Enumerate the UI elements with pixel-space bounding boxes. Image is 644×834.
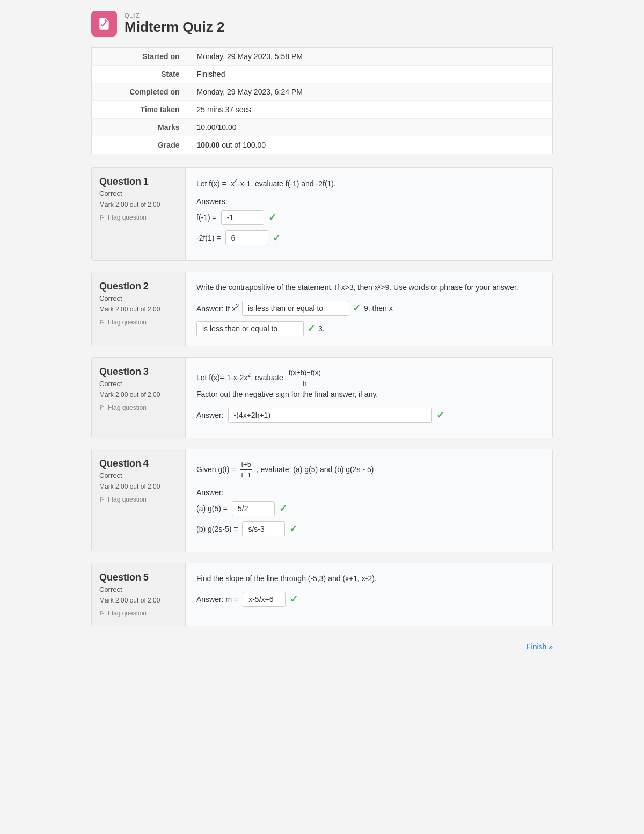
question-num-3: Question 3 [99,366,178,378]
info-row-started: Started on Monday, 29 May 2023, 5:58 PM [92,48,553,66]
state-label: State [92,66,188,83]
answer-input-3[interactable]: -(4x+2h+1) [228,408,432,423]
question-text-3-suffix: Factor out the negative sign for the fin… [196,390,378,398]
quiz-header: QUIZ Midterm Quiz 2 [91,11,553,37]
question-sidebar-1: Question 1 Correct Mark 2.00 out of 2.00… [92,168,186,260]
checkmark-4b: ✓ [289,523,297,535]
question-block-3: Question 3 Correct Mark 2.00 out of 2.00… [91,357,553,438]
answer-row-3: Answer: -(4x+2h+1) ✓ [196,408,541,423]
fraction-den-4: t−1 [240,470,252,481]
answer-input-4b[interactable]: s/s-3 [242,521,285,536]
question-number-1: 1 [143,176,149,187]
flag-question-4[interactable]: 🏳 Flag question [99,496,147,503]
question-number-3: 3 [143,366,149,377]
contra-mid-text: 9, then x [364,304,393,313]
grade-label: Grade [92,136,188,154]
question-num-5: Question 5 [99,572,178,583]
question-label-4: Question [99,458,141,469]
quiz-icon [91,11,117,37]
question-mark-2: Mark 2.00 out of 2.00 [99,306,178,313]
finish-button[interactable]: Finish » [526,642,553,651]
flag-question-1[interactable]: 🏳 Flag question [99,214,147,221]
time-taken-label: Time taken [92,101,188,119]
flag-label-1: Flag question [108,214,147,221]
answer-label-1b: -2f(1) = [196,234,221,242]
answer-input-5[interactable]: x-5/x+6 [243,592,286,607]
answer-row-4b: (b) g(2s-5) = s/s-3 ✓ [196,521,541,536]
question-label-5: Question [99,572,141,583]
question-label-2: Question [99,281,141,292]
question-number-5: 5 [143,572,149,583]
question-sidebar-2: Question 2 Correct Mark 2.00 out of 2.00… [92,272,186,346]
contra-answer-input-1[interactable]: is less than or equal to [242,301,349,316]
answers-label-1: Answers: [196,197,541,206]
question-content-4: Given g(t) = t+5 t−1 , evaluate: (a) g(5… [186,449,552,552]
contra-checkmark-1: ✓ [353,302,361,314]
grade-value: 100.00 out of 100.00 [188,136,553,154]
fraction-num-3: f(x+h)−f(x) [288,367,322,379]
answer-row-5: Answer: m = x-5/x+6 ✓ [196,592,541,607]
answer-label-5: Answer: m = [196,595,238,604]
question-num-1: Question 1 [99,176,178,187]
checkmark-4a: ✓ [279,503,287,514]
question-mark-5: Mark 2.00 out of 2.00 [99,597,178,604]
info-table: Started on Monday, 29 May 2023, 5:58 PM … [91,47,553,154]
question-number-4: 4 [143,458,149,469]
flag-icon-1: 🏳 [99,214,106,221]
flag-icon-3: 🏳 [99,404,106,411]
question-block-4: Question 4 Correct Mark 2.00 out of 2.00… [91,449,553,552]
flag-icon-4: 🏳 [99,496,106,503]
answer-input-1b[interactable]: 6 [225,230,268,245]
contra-suffix: 3. [318,324,325,333]
grade-suffix: out of 100.00 [219,141,266,149]
fraction-4: t+5 t−1 [240,459,252,481]
question-label-1: Question [99,176,141,187]
question-block-1: Question 1 Correct Mark 2.00 out of 2.00… [91,167,553,261]
contrapositive-area: Answer: If x2 is less than or equal to ✓… [196,301,541,336]
question-text-2: Write the contrapositive of the statemen… [196,282,541,293]
contra-row-2: is less than or equal to ✓ 3. [196,321,541,336]
answer-label-4b: (b) g(2s-5) = [196,525,238,533]
flag-question-2[interactable]: 🏳 Flag question [99,318,147,326]
question-status-2: Correct [99,294,178,302]
fraction-3: f(x+h)−f(x) h [288,367,322,389]
checkmark-3: ✓ [436,409,444,421]
answers-label-4: Answer: [196,488,541,497]
flag-icon-5: 🏳 [99,610,106,617]
answer-row-4a: (a) g(5) = 5/2 ✓ [196,501,541,516]
contra-answer-input-2[interactable]: is less than or equal to [196,321,304,336]
question-content-2: Write the contrapositive of the statemen… [186,272,552,346]
checkmark-5: ✓ [290,593,298,605]
question-block-5: Question 5 Correct Mark 2.00 out of 2.00… [91,563,553,626]
quiz-badge: QUIZ [125,12,224,19]
question-status-4: Correct [99,472,178,480]
flag-icon-2: 🏳 [99,318,106,326]
info-row-completed: Completed on Monday, 29 May 2023, 6:24 P… [92,83,553,101]
answer-row-1b: -2f(1) = 6 ✓ [196,230,541,245]
question-mark-4: Mark 2.00 out of 2.00 [99,483,178,490]
fraction-num-4: t+5 [240,459,252,470]
answer-input-4a[interactable]: 5/2 [232,501,275,516]
answer-label-1a: f(-1) = [196,213,217,222]
info-row-state: State Finished [92,66,553,83]
question-sidebar-5: Question 5 Correct Mark 2.00 out of 2.00… [92,563,186,626]
checkmark-1a: ✓ [268,212,276,223]
flag-question-3[interactable]: 🏳 Flag question [99,404,147,411]
quiz-svg-icon [97,17,111,31]
question-text-5: Find the slope of the line through (-5,3… [196,573,541,584]
contra-row-1: Answer: If x2 is less than or equal to ✓… [196,301,541,316]
flag-label-5: Flag question [108,610,147,617]
completed-on-label: Completed on [92,83,188,101]
question-text-1: Let f(x) = -x4-x-1, evaluate f(-1) and -… [196,177,541,190]
flag-question-5[interactable]: 🏳 Flag question [99,610,147,617]
flag-label-4: Flag question [108,496,147,503]
question-mark-3: Mark 2.00 out of 2.00 [99,391,178,398]
answer-label-4a: (a) g(5) = [196,504,228,513]
fraction-den-3: h [302,378,308,389]
answer-input-1a[interactable]: -1 [221,210,264,225]
question-label-3: Question [99,366,141,377]
checkmark-1b: ✓ [273,232,281,244]
flag-label-2: Flag question [108,318,147,326]
question-mark-1: Mark 2.00 out of 2.00 [99,201,178,208]
contra-checkmark-2: ✓ [307,323,315,335]
